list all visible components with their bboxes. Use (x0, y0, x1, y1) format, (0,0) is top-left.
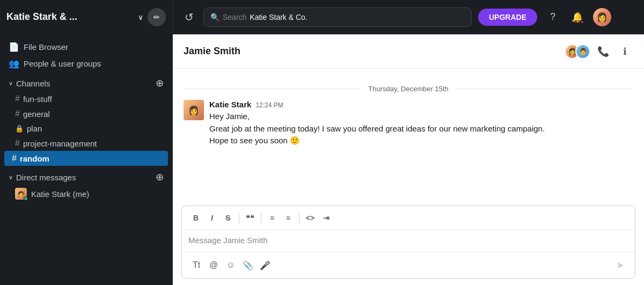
main-body: 📄 File Browser 👥 People & user groups ∨ … (0, 34, 644, 285)
workspace-name: Katie Stark & ... (6, 11, 134, 23)
toolbar-divider-2 (261, 213, 261, 223)
date-label: Thursday, December 15th (362, 85, 455, 93)
mention-button[interactable]: @ (206, 257, 222, 273)
help-button[interactable]: ? (544, 8, 562, 26)
composer-area: B I S ❝❝ ≡ ≡ <> ⇥ Message Jamie Smith Tt (173, 199, 644, 285)
italic-button[interactable]: I (204, 210, 219, 225)
dm-section-label: Direct messages (16, 173, 152, 182)
composer-box: B I S ❝❝ ≡ ≡ <> ⇥ Message Jamie Smith Tt (181, 206, 635, 279)
chat-area: Jamie Smith 👩 👨 📞 ℹ Thursday, December 1… (173, 34, 644, 285)
search-bar[interactable]: 🔍 Search Katie Stark & Co. (203, 8, 472, 27)
channel-name: fun-stuff (23, 94, 52, 104)
message-text: Hey Jamie, Great job at the meeting toda… (209, 111, 545, 147)
workspace-chevron-icon[interactable]: ∨ (138, 13, 143, 21)
message-header: Katie Stark 12:24 PM (209, 100, 545, 109)
code-button[interactable]: <> (303, 210, 318, 225)
search-icon: 🔍 (210, 13, 219, 21)
date-divider: Thursday, December 15th (184, 84, 633, 93)
hash-icon: # (15, 94, 20, 104)
sidebar: 📄 File Browser 👥 People & user groups ∨ … (0, 34, 173, 285)
message-content: Katie Stark 12:24 PM Hey Jamie, Great jo… (209, 100, 545, 147)
emoji-button[interactable]: ☺ (223, 257, 239, 273)
channel-name: general (23, 109, 50, 119)
hash-icon: # (15, 109, 20, 119)
messages-area: Thursday, December 15th 👩 Katie Stark 12… (173, 69, 644, 199)
dm-section-header[interactable]: ∨ Direct messages ⊕ (0, 166, 172, 185)
dm-item-katie-stark[interactable]: 🧑 Katie Stark (me) (0, 185, 172, 202)
edit-workspace-button[interactable]: ✏ (148, 8, 166, 26)
channel-name: random (20, 154, 49, 163)
composer-toolbar: B I S ❝❝ ≡ ≡ <> ⇥ (182, 206, 635, 230)
notifications-button[interactable]: 🔔 (568, 8, 587, 26)
sidebar-item-file-browser[interactable]: 📄 File Browser (0, 39, 172, 55)
file-browser-label: File Browser (24, 42, 68, 52)
composer-footer: Tt @ ☺ 📎 🎤 ➤ (182, 252, 635, 278)
user-avatar[interactable]: 👩 (593, 8, 611, 26)
unordered-list-button[interactable]: ≡ (281, 210, 296, 225)
dm-chevron-icon: ∨ (9, 174, 13, 181)
chat-header-actions: 👩 👨 📞 ℹ (565, 43, 633, 60)
avatar-group: 👩 👨 (565, 44, 590, 59)
lock-icon: 🔒 (15, 125, 24, 133)
file-browser-icon: 📄 (9, 42, 19, 52)
add-dm-button[interactable]: ⊕ (156, 171, 164, 183)
composer-input[interactable]: Message Jamie Smith (182, 230, 635, 252)
channels-section-label: Channels (16, 79, 152, 88)
call-button[interactable]: 📞 (595, 43, 612, 60)
chat-header: Jamie Smith 👩 👨 📞 ℹ (173, 34, 644, 69)
message-time: 12:24 PM (255, 101, 283, 109)
online-dot (24, 196, 28, 201)
sidebar-item-people-groups[interactable]: 👥 People & user groups (0, 55, 172, 72)
hash-icon: # (12, 154, 17, 163)
audio-button[interactable]: 🎤 (257, 257, 273, 273)
channel-item-plan[interactable]: 🔒 plan (0, 121, 172, 136)
send-button[interactable]: ➤ (611, 257, 628, 274)
workspace-area: Katie Stark & ... ∨ ✏ (0, 0, 173, 34)
blockquote-button[interactable]: ❝❝ (243, 210, 258, 225)
dm-avatar: 🧑 (15, 188, 27, 200)
toolbar-divider-1 (239, 213, 239, 223)
channels-section-header[interactable]: ∨ Channels ⊕ (0, 72, 172, 91)
main-header: ↺ 🔍 Search Katie Stark & Co. UPGRADE ? 🔔… (173, 0, 644, 34)
channel-name: project-management (23, 139, 97, 148)
top-header: Katie Stark & ... ∨ ✏ ↺ 🔍 Search Katie S… (0, 0, 644, 34)
notification-dot (580, 20, 584, 24)
add-channel-button[interactable]: ⊕ (156, 77, 164, 89)
history-button[interactable]: ↺ (181, 8, 197, 27)
ordered-list-button[interactable]: ≡ (265, 210, 280, 225)
code-block-button[interactable]: ⇥ (319, 210, 334, 225)
toolbar-divider-3 (299, 213, 299, 223)
dm-name: Katie Stark (me) (31, 189, 89, 199)
search-query: Katie Stark & Co. (250, 13, 307, 21)
attachment-button[interactable]: 📎 (240, 257, 256, 273)
hash-icon: # (15, 138, 20, 148)
channel-item-project-management[interactable]: # project-management (0, 136, 172, 151)
help-icon: ? (550, 11, 555, 23)
bold-button[interactable]: B (188, 210, 203, 225)
people-groups-icon: 👥 (9, 59, 19, 69)
message-avatar: 👩 (184, 100, 204, 120)
message: 👩 Katie Stark 12:24 PM Hey Jamie, Great … (184, 100, 633, 147)
avatar-jamie: 👨 (575, 44, 590, 59)
people-groups-label: People & user groups (24, 59, 101, 68)
channel-item-general[interactable]: # general (0, 106, 172, 121)
channel-name: plan (27, 124, 42, 133)
message-author: Katie Stark (209, 100, 251, 109)
channel-item-fun-stuff[interactable]: # fun-stuff (0, 91, 172, 106)
text-format-button[interactable]: Tt (188, 257, 204, 273)
composer-placeholder: Message Jamie Smith (188, 236, 268, 245)
channels-chevron-icon: ∨ (9, 80, 13, 87)
upgrade-button[interactable]: UPGRADE (478, 9, 537, 26)
channel-item-random[interactable]: # random (4, 151, 168, 166)
search-label: Search (223, 13, 246, 21)
chat-title: Jamie Smith (184, 46, 565, 57)
strikethrough-button[interactable]: S (221, 210, 236, 225)
info-button[interactable]: ℹ (616, 43, 633, 60)
